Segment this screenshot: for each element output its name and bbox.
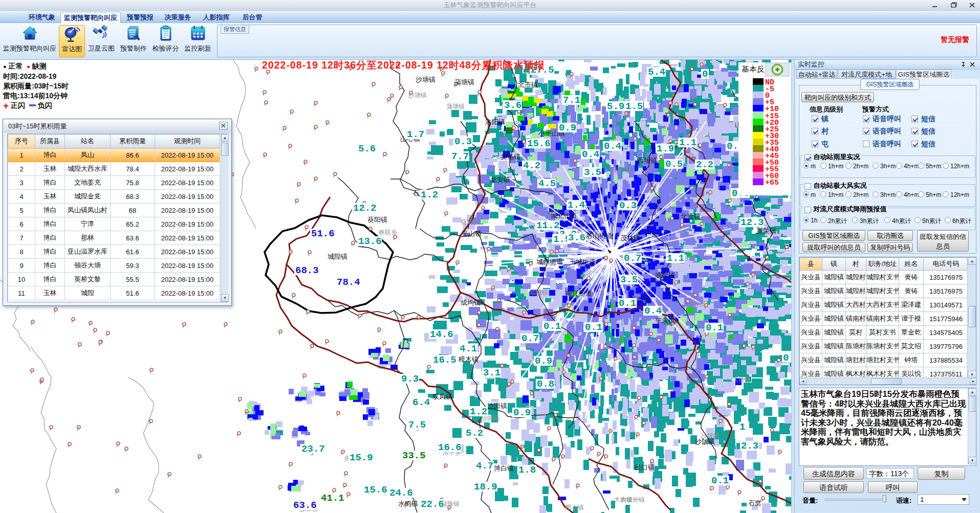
svg-text:15.6: 15.6 — [527, 138, 551, 149]
svg-text:23.7: 23.7 — [301, 443, 325, 455]
svg-text:龙安镇: 龙安镇 — [490, 176, 510, 184]
svg-text:9.3: 9.3 — [401, 373, 419, 385]
svg-text:4.5: 4.5 — [538, 178, 556, 189]
svg-text:3.6: 3.6 — [568, 232, 585, 243]
svg-text:0.9: 0.9 — [535, 355, 552, 367]
svg-text:0: 0 — [702, 69, 708, 80]
svg-text:0.4: 0.4 — [644, 305, 662, 317]
svg-text:福绵镇: 福绵镇 — [529, 289, 548, 296]
svg-text:5.9: 5.9 — [607, 101, 624, 112]
svg-text:六塘镇: 六塘镇 — [732, 376, 750, 383]
svg-text:0.1: 0.1 — [711, 475, 729, 486]
svg-text:卖酒镇: 卖酒镇 — [500, 153, 520, 161]
svg-text:1.8: 1.8 — [518, 464, 536, 476]
svg-text:茂林镇: 茂林镇 — [620, 234, 640, 242]
svg-text:1.1: 1.1 — [679, 137, 696, 148]
svg-text:14.6: 14.6 — [430, 329, 453, 340]
svg-text:1.7: 1.7 — [407, 129, 424, 140]
svg-text:城西街道: 城西街道 — [536, 258, 563, 265]
svg-text:平山镇: 平山镇 — [462, 230, 482, 237]
svg-text:4.2: 4.2 — [523, 160, 540, 171]
svg-text:3.6: 3.6 — [504, 100, 521, 111]
svg-text:0.1: 0.1 — [706, 322, 723, 333]
svg-text:石窝: 石窝 — [748, 499, 761, 507]
svg-text:沙塘镇: 沙塘镇 — [416, 76, 435, 83]
svg-text:7.7: 7.7 — [451, 151, 469, 162]
svg-text:1.2: 1.2 — [470, 406, 487, 417]
svg-text:7.1: 7.1 — [563, 95, 580, 106]
svg-text:13.6: 13.6 — [358, 236, 382, 247]
svg-text:沙陂镇: 沙陂镇 — [695, 438, 715, 445]
svg-text:名山街道: 名山街道 — [586, 232, 613, 239]
svg-text:5.2: 5.2 — [466, 428, 483, 439]
svg-text:1: 1 — [739, 421, 745, 433]
svg-text:+65: +65 — [765, 179, 779, 187]
svg-text:成均镇: 成均镇 — [461, 299, 481, 306]
svg-text:5.4: 5.4 — [648, 66, 665, 78]
svg-text:王城街道: 王城街道 — [569, 258, 596, 265]
svg-text:3.5: 3.5 — [584, 167, 601, 178]
svg-text:清水口: 清水口 — [691, 300, 709, 307]
svg-text:北流镇: 北流镇 — [681, 213, 701, 220]
svg-text:11.2: 11.2 — [536, 220, 560, 231]
svg-text:0.8: 0.8 — [537, 378, 554, 390]
svg-text:双凤镇: 双凤镇 — [432, 393, 452, 400]
svg-text:41.1: 41.1 — [321, 493, 344, 504]
svg-text:33.5: 33.5 — [402, 450, 426, 461]
svg-text:塘岸镇: 塘岸镇 — [655, 272, 675, 279]
svg-text:68.3: 68.3 — [295, 265, 319, 276]
svg-text:沙塘镇: 沙塘镇 — [408, 92, 427, 99]
svg-text:18.9: 18.9 — [474, 481, 497, 493]
svg-text:1.4: 1.4 — [568, 199, 585, 211]
svg-text:葵阳镇: 葵阳镇 — [461, 218, 479, 226]
svg-text:沙田镇: 沙田镇 — [487, 402, 507, 410]
svg-text:博白镇: 博白镇 — [494, 464, 514, 472]
svg-text:0.4: 0.4 — [604, 141, 621, 152]
svg-text:城北街道: 城北街道 — [551, 212, 577, 219]
svg-text:16.6: 16.6 — [438, 442, 462, 453]
svg-text:0.9: 0.9 — [559, 122, 576, 133]
svg-text:北市镇: 北市镇 — [518, 81, 538, 88]
svg-text:蒲塘镇: 蒲塘镇 — [446, 103, 465, 110]
svg-text:1.5: 1.5 — [625, 101, 643, 112]
svg-text:24.6: 24.6 — [389, 487, 413, 499]
svg-text:0.7: 0.7 — [521, 333, 539, 344]
svg-text:0.4: 0.4 — [582, 149, 599, 160]
svg-text:2022-08-19 12时36分至2022-08-19 1: 2022-08-19 12时36分至2022-08-19 12时48分累积降水预… — [262, 60, 545, 71]
svg-text:15.9: 15.9 — [350, 452, 373, 463]
svg-text:那卜镇: 那卜镇 — [565, 504, 584, 511]
svg-text:大垌镇: 大垌镇 — [614, 496, 633, 503]
svg-text:7.5: 7.5 — [408, 419, 426, 431]
svg-text:63.6: 63.6 — [293, 500, 317, 511]
svg-text:0.3: 0.3 — [454, 136, 472, 147]
svg-text:西埌镇: 西埌镇 — [637, 157, 657, 164]
svg-text:6.4: 6.4 — [412, 397, 430, 408]
svg-text:南江街道: 南江街道 — [565, 289, 592, 297]
svg-text:基本反: 基本反 — [742, 64, 765, 73]
svg-text:4.1: 4.1 — [460, 343, 477, 354]
svg-text:1.2: 1.2 — [421, 189, 438, 200]
svg-text:2.3: 2.3 — [741, 440, 758, 452]
svg-text:新圩镇: 新圩镇 — [613, 166, 631, 173]
svg-text:5.6: 5.6 — [358, 143, 376, 154]
svg-text:0.1: 0.1 — [585, 322, 602, 333]
svg-text:1.9: 1.9 — [657, 143, 674, 154]
svg-text:葵阳镇: 葵阳镇 — [367, 216, 387, 224]
svg-text:4.7: 4.7 — [476, 460, 493, 472]
svg-text:樟木镇: 樟木镇 — [458, 355, 478, 363]
svg-text:12.2: 12.2 — [353, 203, 377, 214]
svg-text:铁联乡: 铁联乡 — [378, 229, 397, 236]
svg-text:蒲塘镇: 蒲塘镇 — [454, 78, 474, 86]
svg-text:22.6: 22.6 — [421, 499, 444, 510]
svg-text:15.6: 15.6 — [364, 484, 387, 496]
svg-text:2.2: 2.2 — [696, 159, 713, 170]
svg-text:洛阳镇: 洛阳镇 — [485, 118, 505, 126]
svg-text:城隍镇: 城隍镇 — [328, 253, 347, 260]
svg-text:3.1: 3.1 — [483, 367, 500, 378]
svg-text:平乐镇: 平乐镇 — [655, 317, 675, 325]
svg-text:0.7: 0.7 — [624, 253, 641, 264]
svg-text:1.1: 1.1 — [667, 253, 684, 264]
svg-text:78.4: 78.4 — [337, 277, 360, 288]
svg-text:3.5: 3.5 — [620, 274, 638, 285]
svg-text:0.1: 0.1 — [543, 321, 561, 332]
